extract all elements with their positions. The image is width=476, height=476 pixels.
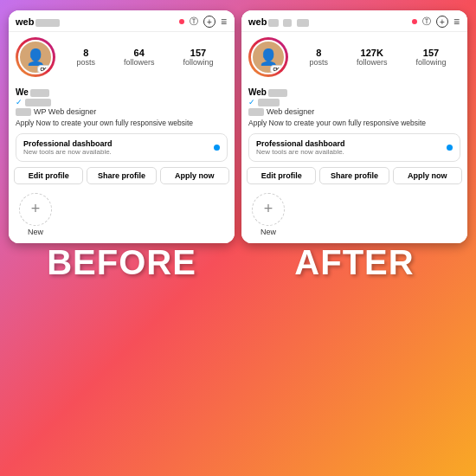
before-dashboard-title: Professional dashboard xyxy=(23,139,113,148)
before-apply-button[interactable]: Apply now xyxy=(160,167,229,184)
before-phone-wrapper: web Ⓣ + ≡ xyxy=(9,10,235,476)
after-following-count: 157 xyxy=(415,48,446,58)
after-bio-section: Web ✓ Web designer Apply Now to create y… xyxy=(241,87,467,133)
before-followers-label: followers xyxy=(124,58,155,67)
after-phone-content: web Ⓣ + ≡ xyxy=(241,10,467,243)
before-following-count: 157 xyxy=(183,48,213,58)
blur-b2 xyxy=(258,99,280,106)
before-followers-stat: 64 followers xyxy=(124,48,155,67)
before-top-icons: Ⓣ + ≡ xyxy=(179,16,228,28)
after-new-label: New xyxy=(261,228,276,236)
before-share-profile-button[interactable]: Share profile xyxy=(87,167,156,184)
menu-icon[interactable]: ≡ xyxy=(221,16,228,28)
after-dashboard-text-group: Professional dashboard New tools are now… xyxy=(256,139,345,156)
after-share-profile-button[interactable]: Share profile xyxy=(319,167,389,184)
before-avatar: 👤 CKY xyxy=(18,40,53,74)
after-avatar-label: CKY xyxy=(270,65,285,74)
before-phone-content: web Ⓣ + ≡ xyxy=(9,10,235,243)
blur-b1 xyxy=(268,89,287,97)
main-container: web Ⓣ + ≡ xyxy=(0,0,476,476)
after-posts-label: posts xyxy=(309,58,328,67)
after-action-buttons: Edit profile Share profile Apply now xyxy=(241,167,467,190)
before-new-label: New xyxy=(28,228,43,236)
after-followers-stat: 127K followers xyxy=(357,48,388,67)
blur-block xyxy=(35,19,60,27)
after-bio-line1: ✓ xyxy=(248,98,460,106)
avatar-emoji: 👤 xyxy=(26,48,45,67)
verified-icon: ✓ xyxy=(16,98,23,106)
after-bio-role: Web designer xyxy=(267,107,314,118)
after-apply-button[interactable]: Apply now xyxy=(393,167,462,184)
blur-a2 xyxy=(283,19,292,27)
before-avatar-ring: 👤 CKY xyxy=(16,37,55,77)
before-dashboard-sub: New tools are now available. xyxy=(23,148,113,156)
before-stats-row: 8 posts 64 followers 157 following xyxy=(62,48,228,67)
after-followers-label: followers xyxy=(357,58,388,67)
after-new-post-group: + New xyxy=(252,193,285,236)
after-threads-icon: Ⓣ xyxy=(422,16,431,28)
before-dashboard-text-group: Professional dashboard New tools are now… xyxy=(23,139,113,156)
threads-icon: Ⓣ xyxy=(190,16,198,28)
blur-a3 xyxy=(297,19,309,27)
after-top-icons: Ⓣ + ≡ xyxy=(412,16,460,28)
after-avatar-emoji: 👤 xyxy=(259,48,278,67)
before-followers-count: 64 xyxy=(124,48,155,58)
before-username: web xyxy=(16,16,176,27)
before-profile-row: 👤 CKY 8 posts xyxy=(16,37,228,77)
after-following-label: following xyxy=(415,58,446,67)
before-profile-section: 👤 CKY 8 posts xyxy=(9,32,235,87)
after-edit-profile-button[interactable]: Edit profile xyxy=(247,167,316,184)
after-label: AFTER xyxy=(241,243,467,476)
before-dash-dot xyxy=(214,145,220,151)
blur-a1 xyxy=(268,19,279,27)
before-following-label: following xyxy=(183,58,213,67)
after-username: web xyxy=(248,16,408,27)
after-add-icon[interactable]: + xyxy=(436,16,448,28)
before-posts-label: posts xyxy=(76,58,95,67)
before-action-buttons: Edit profile Share profile Apply now xyxy=(9,167,235,190)
before-posts-stat: 8 posts xyxy=(76,48,95,67)
before-bio-name: We xyxy=(16,87,228,97)
before-bio-line2: WP Web designer xyxy=(16,107,228,118)
after-top-bar: web Ⓣ + ≡ xyxy=(241,10,467,32)
before-new-post-section: + New xyxy=(9,190,235,241)
before-new-post-button[interactable]: + xyxy=(19,193,52,226)
notification-dot xyxy=(179,19,184,24)
before-bio-section: We ✓ WP Web designer Apply Now to create… xyxy=(9,87,235,133)
blur-b3 xyxy=(248,108,264,116)
after-phone-wrapper: web Ⓣ + ≡ xyxy=(241,10,467,476)
before-following-stat: 157 following xyxy=(183,48,213,67)
after-phone: web Ⓣ + ≡ xyxy=(241,10,467,243)
after-new-post-button[interactable]: + xyxy=(252,193,285,226)
after-posts-stat: 8 posts xyxy=(309,48,328,67)
blur2 xyxy=(30,89,49,97)
after-new-post-section: + New xyxy=(241,190,467,241)
after-verified-icon: ✓ xyxy=(248,98,255,106)
after-avatar-container: 👤 CKY xyxy=(248,37,288,77)
before-edit-profile-button[interactable]: Edit profile xyxy=(14,167,83,184)
after-profile-row: 👤 CKY 8 posts xyxy=(248,37,460,77)
after-dashboard-card: Professional dashboard New tools are now… xyxy=(248,133,460,162)
after-stats-row: 8 posts 127K followers 157 following xyxy=(295,48,460,67)
after-notification-dot xyxy=(412,19,417,24)
add-icon[interactable]: + xyxy=(203,16,215,28)
after-menu-icon[interactable]: ≡ xyxy=(453,16,460,28)
after-followers-count: 127K xyxy=(357,48,388,58)
after-dashboard-sub: New tools are now available. xyxy=(256,148,345,156)
avatar-label: CKY xyxy=(37,65,52,74)
phones-row: web Ⓣ + ≡ xyxy=(0,0,476,476)
after-avatar: 👤 CKY xyxy=(251,40,286,74)
after-dash-dot xyxy=(447,145,453,151)
after-dashboard-title: Professional dashboard xyxy=(256,139,345,148)
before-bio-desc: Apply Now to create your own fully respo… xyxy=(16,119,228,128)
after-following-stat: 157 following xyxy=(415,48,446,67)
before-posts-count: 8 xyxy=(76,48,95,58)
after-avatar-ring: 👤 CKY xyxy=(248,37,288,77)
blur3 xyxy=(25,99,51,106)
before-bio-role: WP Web designer xyxy=(34,107,96,118)
before-dashboard-card: Professional dashboard New tools are now… xyxy=(16,133,228,162)
before-label: BEFORE xyxy=(9,243,235,476)
after-posts-count: 8 xyxy=(309,48,328,58)
before-top-bar: web Ⓣ + ≡ xyxy=(9,10,235,32)
before-phone: web Ⓣ + ≡ xyxy=(9,10,235,243)
